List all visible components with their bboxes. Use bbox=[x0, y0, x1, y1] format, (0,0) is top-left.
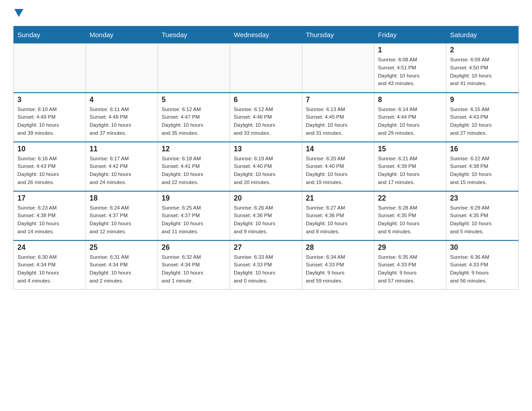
day-info: Sunrise: 6:26 AMSunset: 4:36 PMDaylight:… bbox=[234, 204, 298, 236]
calendar-cell: 28Sunrise: 6:34 AMSunset: 4:33 PMDayligh… bbox=[302, 240, 374, 290]
day-number: 8 bbox=[378, 96, 442, 104]
day-info: Sunrise: 6:36 AMSunset: 4:33 PMDaylight:… bbox=[450, 253, 515, 285]
day-number: 12 bbox=[162, 145, 226, 153]
calendar-table: SundayMondayTuesdayWednesdayThursdayFrid… bbox=[13, 26, 519, 290]
day-info: Sunrise: 6:32 AMSunset: 4:34 PMDaylight:… bbox=[162, 253, 226, 285]
calendar-cell: 30Sunrise: 6:36 AMSunset: 4:33 PMDayligh… bbox=[446, 240, 519, 290]
calendar-cell: 21Sunrise: 6:27 AMSunset: 4:36 PMDayligh… bbox=[302, 191, 374, 240]
day-number: 2 bbox=[450, 46, 515, 54]
calendar-cell: 8Sunrise: 6:14 AMSunset: 4:44 PMDaylight… bbox=[374, 93, 446, 142]
day-number: 24 bbox=[17, 244, 82, 252]
day-number: 28 bbox=[306, 244, 370, 252]
day-number: 11 bbox=[90, 145, 154, 153]
weekday-header-saturday: Saturday bbox=[446, 26, 519, 43]
calendar-cell: 15Sunrise: 6:21 AMSunset: 4:39 PMDayligh… bbox=[374, 142, 446, 191]
day-number: 9 bbox=[450, 96, 515, 104]
day-info: Sunrise: 6:33 AMSunset: 4:33 PMDaylight:… bbox=[234, 253, 298, 285]
calendar-cell: 24Sunrise: 6:30 AMSunset: 4:34 PMDayligh… bbox=[14, 240, 86, 290]
calendar-cell bbox=[302, 43, 374, 93]
weekday-header-friday: Friday bbox=[374, 26, 446, 43]
calendar-cell: 29Sunrise: 6:35 AMSunset: 4:33 PMDayligh… bbox=[374, 240, 446, 290]
day-info: Sunrise: 6:14 AMSunset: 4:44 PMDaylight:… bbox=[378, 106, 442, 137]
day-info: Sunrise: 6:17 AMSunset: 4:42 PMDaylight:… bbox=[90, 155, 154, 187]
day-number: 19 bbox=[162, 194, 226, 202]
day-info: Sunrise: 6:09 AMSunset: 4:50 PMDaylight:… bbox=[450, 56, 515, 88]
day-number: 6 bbox=[234, 96, 298, 104]
calendar-week-row: 3Sunrise: 6:10 AMSunset: 4:49 PMDaylight… bbox=[14, 93, 519, 142]
calendar-cell: 27Sunrise: 6:33 AMSunset: 4:33 PMDayligh… bbox=[230, 240, 302, 290]
day-number: 18 bbox=[90, 194, 154, 202]
calendar-cell: 5Sunrise: 6:12 AMSunset: 4:47 PMDaylight… bbox=[158, 93, 230, 142]
day-info: Sunrise: 6:22 AMSunset: 4:38 PMDaylight:… bbox=[450, 155, 515, 187]
calendar-week-row: 17Sunrise: 6:23 AMSunset: 4:38 PMDayligh… bbox=[14, 191, 519, 240]
day-number: 4 bbox=[90, 96, 154, 104]
calendar-cell: 18Sunrise: 6:24 AMSunset: 4:37 PMDayligh… bbox=[86, 191, 158, 240]
calendar-cell: 23Sunrise: 6:29 AMSunset: 4:35 PMDayligh… bbox=[446, 191, 519, 240]
day-number: 16 bbox=[450, 145, 515, 153]
day-info: Sunrise: 6:13 AMSunset: 4:45 PMDaylight:… bbox=[306, 106, 370, 137]
calendar-cell: 6Sunrise: 6:12 AMSunset: 4:46 PMDaylight… bbox=[230, 93, 302, 142]
day-info: Sunrise: 6:10 AMSunset: 4:49 PMDaylight:… bbox=[17, 106, 82, 137]
calendar-cell: 14Sunrise: 6:20 AMSunset: 4:40 PMDayligh… bbox=[302, 142, 374, 191]
calendar-cell: 10Sunrise: 6:16 AMSunset: 4:43 PMDayligh… bbox=[14, 142, 86, 191]
day-info: Sunrise: 6:11 AMSunset: 4:48 PMDaylight:… bbox=[90, 106, 154, 137]
weekday-header-tuesday: Tuesday bbox=[158, 26, 230, 43]
calendar-cell: 17Sunrise: 6:23 AMSunset: 4:38 PMDayligh… bbox=[14, 191, 86, 240]
day-number: 23 bbox=[450, 194, 515, 202]
day-number: 30 bbox=[450, 244, 515, 252]
logo bbox=[13, 9, 24, 17]
calendar-week-row: 24Sunrise: 6:30 AMSunset: 4:34 PMDayligh… bbox=[14, 240, 519, 290]
weekday-header-sunday: Sunday bbox=[14, 26, 86, 43]
day-number: 10 bbox=[17, 145, 82, 153]
day-info: Sunrise: 6:12 AMSunset: 4:46 PMDaylight:… bbox=[234, 106, 298, 137]
day-info: Sunrise: 6:21 AMSunset: 4:39 PMDaylight:… bbox=[378, 155, 442, 187]
day-number: 22 bbox=[378, 194, 442, 202]
weekday-header-thursday: Thursday bbox=[302, 26, 374, 43]
calendar-cell bbox=[86, 43, 158, 93]
calendar-cell: 9Sunrise: 6:15 AMSunset: 4:43 PMDaylight… bbox=[446, 93, 519, 142]
calendar-cell: 25Sunrise: 6:31 AMSunset: 4:34 PMDayligh… bbox=[86, 240, 158, 290]
calendar-cell: 11Sunrise: 6:17 AMSunset: 4:42 PMDayligh… bbox=[86, 142, 158, 191]
day-number: 20 bbox=[234, 194, 298, 202]
weekday-header-monday: Monday bbox=[86, 26, 158, 43]
calendar-week-row: 1Sunrise: 6:08 AMSunset: 4:51 PMDaylight… bbox=[14, 43, 519, 93]
day-number: 15 bbox=[378, 145, 442, 153]
calendar-cell: 3Sunrise: 6:10 AMSunset: 4:49 PMDaylight… bbox=[14, 93, 86, 142]
day-info: Sunrise: 6:31 AMSunset: 4:34 PMDaylight:… bbox=[90, 253, 154, 285]
day-number: 25 bbox=[90, 244, 154, 252]
day-info: Sunrise: 6:24 AMSunset: 4:37 PMDaylight:… bbox=[90, 204, 154, 236]
page-header bbox=[13, 9, 519, 17]
day-number: 14 bbox=[306, 145, 370, 153]
calendar-cell: 4Sunrise: 6:11 AMSunset: 4:48 PMDaylight… bbox=[86, 93, 158, 142]
day-info: Sunrise: 6:18 AMSunset: 4:41 PMDaylight:… bbox=[162, 155, 226, 187]
calendar-header: SundayMondayTuesdayWednesdayThursdayFrid… bbox=[14, 26, 519, 43]
day-info: Sunrise: 6:30 AMSunset: 4:34 PMDaylight:… bbox=[17, 253, 82, 285]
calendar-cell: 22Sunrise: 6:28 AMSunset: 4:35 PMDayligh… bbox=[374, 191, 446, 240]
calendar-cell: 13Sunrise: 6:19 AMSunset: 4:40 PMDayligh… bbox=[230, 142, 302, 191]
day-number: 1 bbox=[378, 46, 442, 54]
day-info: Sunrise: 6:20 AMSunset: 4:40 PMDaylight:… bbox=[306, 155, 370, 187]
calendar-cell: 26Sunrise: 6:32 AMSunset: 4:34 PMDayligh… bbox=[158, 240, 230, 290]
day-info: Sunrise: 6:16 AMSunset: 4:43 PMDaylight:… bbox=[17, 155, 82, 187]
day-number: 17 bbox=[17, 194, 82, 202]
calendar-cell: 7Sunrise: 6:13 AMSunset: 4:45 PMDaylight… bbox=[302, 93, 374, 142]
calendar-cell: 20Sunrise: 6:26 AMSunset: 4:36 PMDayligh… bbox=[230, 191, 302, 240]
day-info: Sunrise: 6:19 AMSunset: 4:40 PMDaylight:… bbox=[234, 155, 298, 187]
day-info: Sunrise: 6:25 AMSunset: 4:37 PMDaylight:… bbox=[162, 204, 226, 236]
calendar-cell bbox=[230, 43, 302, 93]
calendar-cell: 16Sunrise: 6:22 AMSunset: 4:38 PMDayligh… bbox=[446, 142, 519, 191]
day-info: Sunrise: 6:29 AMSunset: 4:35 PMDaylight:… bbox=[450, 204, 515, 236]
day-number: 7 bbox=[306, 96, 370, 104]
weekday-header-row: SundayMondayTuesdayWednesdayThursdayFrid… bbox=[14, 26, 519, 43]
calendar-cell bbox=[14, 43, 86, 93]
day-info: Sunrise: 6:27 AMSunset: 4:36 PMDaylight:… bbox=[306, 204, 370, 236]
day-info: Sunrise: 6:23 AMSunset: 4:38 PMDaylight:… bbox=[17, 204, 82, 236]
weekday-header-wednesday: Wednesday bbox=[230, 26, 302, 43]
day-info: Sunrise: 6:12 AMSunset: 4:47 PMDaylight:… bbox=[162, 106, 226, 137]
day-number: 21 bbox=[306, 194, 370, 202]
calendar-cell: 12Sunrise: 6:18 AMSunset: 4:41 PMDayligh… bbox=[158, 142, 230, 191]
day-info: Sunrise: 6:34 AMSunset: 4:33 PMDaylight:… bbox=[306, 253, 370, 285]
day-number: 13 bbox=[234, 145, 298, 153]
day-info: Sunrise: 6:35 AMSunset: 4:33 PMDaylight:… bbox=[378, 253, 442, 285]
day-info: Sunrise: 6:28 AMSunset: 4:35 PMDaylight:… bbox=[378, 204, 442, 236]
